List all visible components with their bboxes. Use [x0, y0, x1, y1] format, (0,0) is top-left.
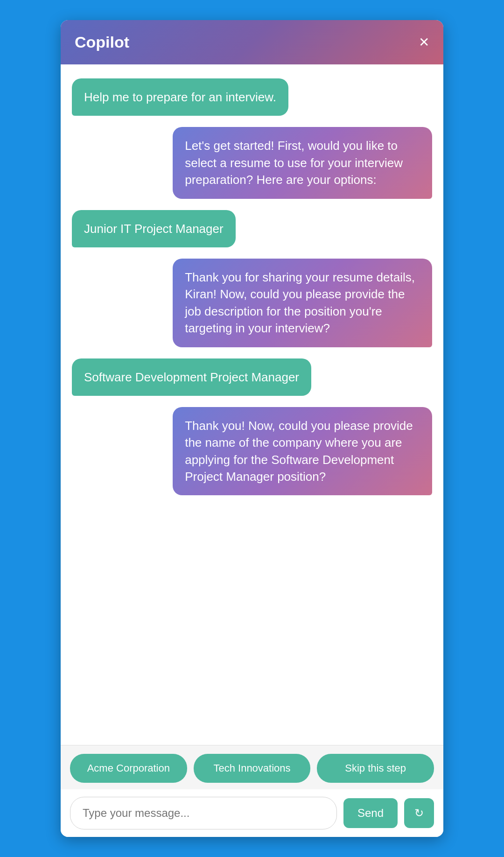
message-bot-2: Thank you for sharing your resume detail…	[173, 259, 432, 347]
message-user-2: Junior IT Project Manager	[72, 210, 236, 247]
suggestions-row: Acme Corporation Tech Innovations Skip t…	[61, 745, 443, 789]
suggestion-acme[interactable]: Acme Corporation	[70, 754, 187, 783]
message-bot-3: Thank you! Now, could you please provide…	[173, 407, 432, 496]
input-row: Send ↻	[61, 789, 443, 837]
suggestion-skip[interactable]: Skip this step	[317, 754, 434, 783]
app-title: Copilot	[75, 33, 129, 51]
header: Copilot ✕	[61, 20, 443, 64]
suggestion-tech[interactable]: Tech Innovations	[194, 754, 311, 783]
close-button[interactable]: ✕	[419, 36, 429, 49]
message-bot-1: Let's get started! First, would you like…	[173, 127, 432, 198]
app-frame: Copilot ✕ Help me to prepare for an inte…	[61, 20, 443, 837]
send-button[interactable]: Send	[343, 798, 398, 828]
chat-area: Help me to prepare for an interview. Let…	[61, 64, 443, 745]
refresh-button[interactable]: ↻	[404, 798, 434, 828]
message-user-3: Software Development Project Manager	[72, 358, 311, 396]
message-input[interactable]	[70, 797, 337, 829]
message-user-1: Help me to prepare for an interview.	[72, 78, 288, 116]
